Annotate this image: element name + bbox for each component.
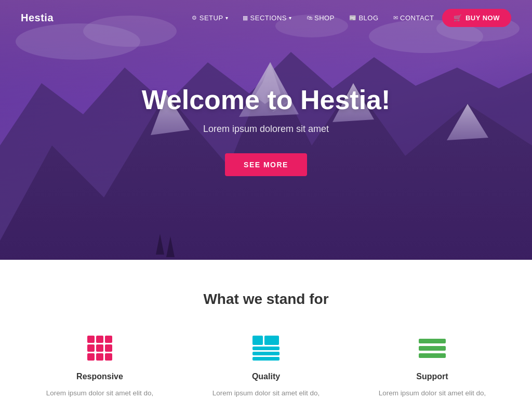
responsive-title: Responsive: [76, 372, 123, 381]
support-line-1: [419, 339, 446, 343]
table-line: [252, 357, 280, 361]
navbar: Hestia ⚙ SETUP ▾ ▦ SECTIONS ▾ 🛍 SHOP 📰 B…: [0, 0, 532, 35]
support-line-2: [419, 346, 446, 351]
features-title: What we stand for: [21, 291, 511, 308]
support-line-3: [419, 353, 446, 358]
table-line: [252, 347, 280, 350]
hero-section: Welcome to Hestia! Lorem ipsum dolorem s…: [0, 0, 532, 260]
nav-blog-label: BLOG: [358, 14, 378, 22]
nav-shop-label: SHOP: [314, 14, 335, 22]
nav-sections[interactable]: ▦ SECTIONS ▾: [236, 10, 298, 26]
hero-content: Welcome to Hestia! Lorem ipsum dolorem s…: [131, 84, 401, 176]
feature-responsive: Responsive Lorem ipsum dolor sit amet el…: [32, 334, 167, 399]
buy-now-label: BUY NOW: [466, 14, 500, 22]
table-cell-right: [264, 336, 279, 345]
lines-icon: [419, 339, 446, 358]
cart-icon: 🛒: [454, 14, 462, 22]
quality-title: Quality: [252, 372, 280, 381]
nav-setup[interactable]: ⚙ SETUP ▾: [185, 10, 234, 26]
table-cell-left: [252, 336, 263, 345]
quality-icon: [251, 334, 281, 363]
buy-now-button[interactable]: 🛒 BUY NOW: [442, 9, 511, 27]
grid-cell: [87, 336, 95, 343]
hero-title: Welcome to Hestia!: [142, 84, 391, 115]
table-top-row: [252, 336, 280, 345]
table-icon: [252, 336, 280, 361]
table-line: [252, 352, 280, 355]
support-desc: Lorem ipsum dolor sit amet elit do, cons…: [365, 388, 500, 399]
grid-cell: [105, 344, 112, 352]
responsive-icon: [85, 334, 114, 363]
support-title: Support: [416, 372, 448, 381]
grid-cell: [96, 336, 103, 343]
hero-subtitle: Lorem ipsum dolorem sit amet: [142, 124, 391, 135]
nav-sections-label: SECTIONS: [250, 14, 287, 22]
feature-quality: Quality Lorem ipsum dolor sit amet elit …: [198, 334, 334, 399]
nav-contact-label: CONTACT: [400, 14, 434, 22]
nav-contact[interactable]: ✉ CONTACT: [387, 10, 441, 26]
feature-support: Support Lorem ipsum dolor sit amet elit …: [365, 334, 500, 399]
grid-cell: [87, 344, 95, 352]
nav-shop[interactable]: 🛍 SHOP: [300, 10, 341, 26]
grid-cell: [96, 353, 103, 361]
table-lines: [252, 347, 280, 361]
setup-icon: ⚙: [192, 15, 197, 21]
contact-icon: ✉: [393, 15, 398, 21]
grid-cell: [105, 336, 112, 343]
grid-cell: [87, 353, 95, 361]
shop-icon: 🛍: [307, 15, 313, 21]
grid-cell: [96, 344, 103, 352]
support-icon: [418, 334, 447, 363]
nav-items: ⚙ SETUP ▾ ▦ SECTIONS ▾ 🛍 SHOP 📰 BLOG ✉ C…: [185, 9, 511, 27]
nav-blog[interactable]: 📰 BLOG: [343, 10, 385, 26]
quality-desc: Lorem ipsum dolor sit amet elit do, cons…: [198, 388, 334, 399]
features-section: What we stand for Responsive Lorem ipsum…: [0, 260, 532, 399]
grid-icon: [87, 336, 112, 361]
setup-arrow-icon: ▾: [225, 15, 229, 21]
blog-icon: 📰: [349, 15, 357, 21]
responsive-desc: Lorem ipsum dolor sit amet elit do, cons…: [32, 388, 167, 399]
nav-setup-label: SETUP: [200, 14, 223, 22]
sections-arrow-icon: ▾: [289, 15, 292, 21]
sections-icon: ▦: [243, 15, 248, 21]
see-more-button[interactable]: SEE MORE: [225, 153, 307, 176]
grid-cell: [105, 353, 112, 361]
features-grid: Responsive Lorem ipsum dolor sit amet el…: [32, 334, 500, 399]
brand-logo[interactable]: Hestia: [21, 12, 54, 24]
